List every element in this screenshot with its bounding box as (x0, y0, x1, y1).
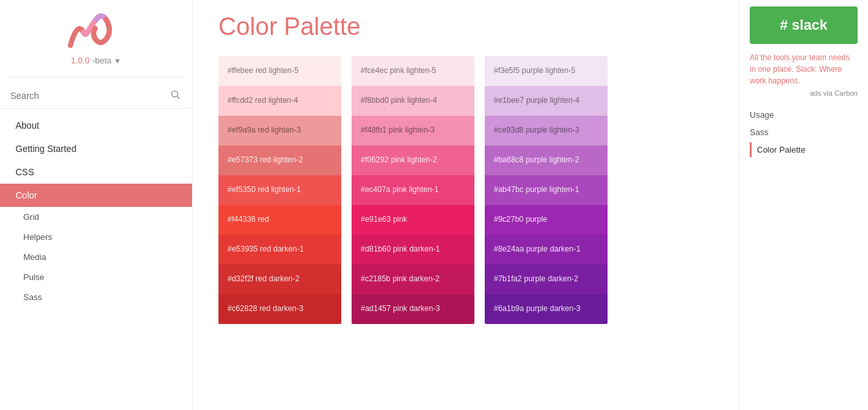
color-swatch[interactable]: #7b1fa2 purple darken-2 (485, 264, 608, 294)
color-swatch[interactable]: #9c27b0 purple (485, 205, 608, 235)
color-palettes: #ffebee red lighten-5#ffcdd2 red lighten… (218, 56, 713, 324)
svg-point-0 (172, 91, 178, 97)
color-swatch[interactable]: #d32f2f red darken-2 (218, 264, 341, 294)
color-swatch[interactable]: #f06292 pink lighten-2 (352, 146, 474, 175)
slack-hash-icon: # (780, 17, 788, 34)
right-nav-usage[interactable]: Usage (750, 107, 858, 122)
color-swatch[interactable]: #ef9a9a red lighten-3 (218, 116, 341, 146)
sidebar-item-media[interactable]: Media (0, 247, 192, 267)
version-beta: -beta (92, 56, 112, 65)
carbon-ads-link[interactable]: ads via Carbon (810, 89, 858, 97)
logo-area: 1.0.0 -beta ▼ (0, 0, 192, 72)
right-sidebar: # slack All the tools your team needs in… (739, 0, 868, 410)
right-nav-color-palette[interactable]: Color Palette (750, 142, 858, 157)
version-chevron-icon[interactable]: ▼ (114, 57, 121, 65)
svg-line-1 (177, 96, 180, 99)
color-swatch[interactable]: #ef5350 red lighten-1 (218, 175, 341, 205)
color-swatch[interactable]: #ec407a pink lighten-1 (352, 175, 474, 205)
sidebar-item-sass[interactable]: Sass (0, 287, 192, 307)
color-swatch[interactable]: #e57373 red lighten-2 (218, 146, 341, 175)
color-swatch[interactable]: #e1bee7 purple lighten-4 (485, 86, 608, 116)
palette-pink: #fce4ec pink lighten-5#f8bbd0 pink light… (352, 56, 474, 324)
color-swatch[interactable]: #e53935 red darken-1 (218, 235, 341, 264)
color-swatch[interactable]: #ad1457 pink darken-3 (352, 294, 474, 324)
slack-logo: # slack (780, 17, 827, 34)
sidebar-item-color[interactable]: Color (0, 184, 192, 207)
color-swatch[interactable]: #8e24aa purple darken-1 (485, 235, 608, 264)
search-icon (170, 89, 180, 100)
color-swatch[interactable]: #ba68c8 purple lighten-2 (485, 146, 608, 175)
palette-purple: #f3e5f5 purple lighten-5#e1bee7 purple l… (485, 56, 608, 324)
right-nav: Usage Sass Color Palette (750, 107, 858, 157)
nav-items: About Getting Started CSS Color Grid Hel… (0, 109, 192, 312)
page-title: Color Palette (218, 13, 713, 41)
color-swatch[interactable]: #ffebee red lighten-5 (218, 56, 341, 86)
version-row: 1.0.0 -beta ▼ (71, 56, 121, 65)
color-swatch[interactable]: #f8bbd0 pink lighten-4 (352, 86, 474, 116)
slack-name: slack (792, 17, 827, 34)
sidebar-item-helpers[interactable]: Helpers (0, 227, 192, 247)
color-swatch[interactable]: #f48fb1 pink lighten-3 (352, 116, 474, 146)
color-swatch[interactable]: #e91e63 pink (352, 205, 474, 235)
color-swatch[interactable]: #c62828 red darken-3 (218, 294, 341, 324)
right-nav-sass[interactable]: Sass (750, 125, 858, 140)
color-swatch[interactable]: #fce4ec pink lighten-5 (352, 56, 474, 86)
search-input[interactable] (10, 91, 169, 101)
sidebar: 1.0.0 -beta ▼ About Getting Started CSS … (0, 0, 193, 410)
sidebar-item-pulse[interactable]: Pulse (0, 267, 192, 287)
logo-icon (64, 13, 129, 52)
color-swatch[interactable]: #6a1b9a purple darken-3 (485, 294, 608, 324)
sidebar-item-about[interactable]: About (0, 114, 192, 137)
version-number: 1.0.0 (71, 56, 90, 65)
slack-ad-text: All the tools your team needs in one pla… (750, 52, 858, 87)
color-swatch[interactable]: #f3e5f5 purple lighten-5 (485, 56, 608, 86)
sidebar-item-css[interactable]: CSS (0, 160, 192, 184)
sidebar-divider (10, 77, 182, 78)
ads-via-text: ads via Carbon (750, 89, 858, 97)
search-icon-button[interactable] (169, 88, 182, 103)
main-content: Color Palette #ffebee red lighten-5#ffcd… (193, 0, 739, 410)
color-swatch[interactable]: #ab47bc purple lighten-1 (485, 175, 608, 205)
color-swatch[interactable]: #ce93d8 purple lighten-3 (485, 116, 608, 146)
search-area (0, 83, 192, 109)
palette-red: #ffebee red lighten-5#ffcdd2 red lighten… (218, 56, 341, 324)
color-swatch[interactable]: #c2185b pink darken-2 (352, 264, 474, 294)
sidebar-item-getting-started[interactable]: Getting Started (0, 137, 192, 160)
slack-ad[interactable]: # slack (750, 6, 858, 44)
color-swatch[interactable]: #f44336 red (218, 205, 341, 235)
color-swatch[interactable]: #d81b60 pink darken-1 (352, 235, 474, 264)
sidebar-item-grid[interactable]: Grid (0, 207, 192, 227)
color-swatch[interactable]: #ffcdd2 red lighten-4 (218, 86, 341, 116)
